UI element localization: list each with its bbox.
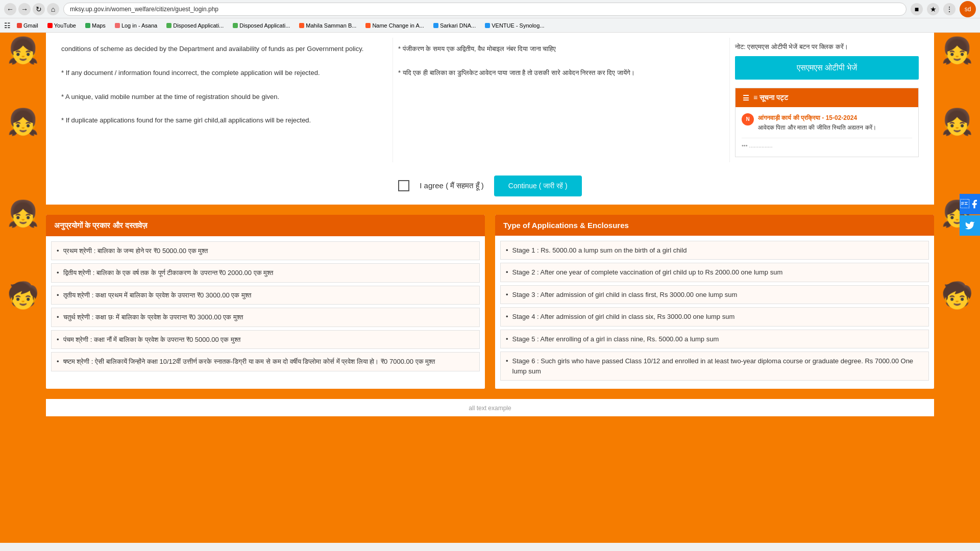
hindi-table-body: • प्रथम श्रेणी : बालिका के जन्म होने पर …	[46, 236, 485, 380]
suchna-header: ☰ ≡ सूचना पट्ट	[736, 88, 918, 107]
hindi-table-header: अनुप्रयोगों के प्रकार और दस्तावेज़	[46, 215, 485, 236]
left-text-4: * If duplicate applications found for th…	[61, 114, 387, 126]
table-row: • पंचम श्रेणी : कक्षा नौं में बालिका के …	[51, 330, 480, 349]
eng-row-1: Stage 1 : Rs. 5000.00 a lump sum on the …	[512, 245, 687, 256]
agree-checkbox[interactable]	[398, 180, 409, 191]
eng-row-5: Stage 5 : After enrolling of a girl in c…	[512, 334, 719, 344]
reload-button[interactable]: ↻	[33, 3, 45, 15]
char-topright: 👧	[941, 38, 973, 63]
english-table-body: • Stage 1 : Rs. 5000.00 a lump sum on th…	[495, 236, 934, 389]
table-row: • चतुर्थ श्रेणी : कक्षा छः में बालिका के…	[51, 308, 480, 327]
footer: all text example	[46, 399, 934, 416]
table-row: • षष्टम श्रेणी : ऐसी बालिकायें जिन्होंने…	[51, 352, 480, 371]
disposed2-icon	[233, 23, 238, 28]
char-lowerleft: 👧	[7, 201, 39, 227]
bookmark-maps[interactable]: Maps	[82, 21, 109, 30]
char-midright: 👧	[941, 109, 973, 135]
facebook-icon: 	[960, 199, 969, 210]
tables-container: अनुप्रयोगों के प्रकार और दस्तावेज़ • प्र…	[46, 215, 934, 389]
table-row: • Stage 4 : After admission of girl chil…	[500, 307, 929, 327]
char-topleft: 👧	[7, 38, 39, 63]
forward-button[interactable]: →	[18, 3, 31, 15]
eng-row-4: Stage 4 : After admission of girl child …	[512, 312, 735, 322]
table-row: • प्रथम श्रेणी : बालिका के जन्म होने पर …	[51, 241, 480, 261]
gmail-icon	[17, 23, 22, 28]
maps-icon	[85, 23, 90, 28]
eng-row-2: Stage 2 : After one year of complete vac…	[512, 267, 783, 278]
hindi-row-4: चतुर्थ श्रेणी : कक्षा छः में बालिका के प…	[63, 312, 243, 322]
facebook-svg	[969, 199, 979, 209]
table-row: • Stage 5 : After enrolling of a girl in…	[500, 330, 929, 349]
home-button[interactable]: ⌂	[47, 3, 59, 15]
menu-button[interactable]: ⋮	[943, 3, 955, 15]
bullet-icon: •	[57, 357, 59, 367]
char-bottomright: 🧒	[941, 283, 973, 308]
youtube-icon	[47, 23, 53, 28]
char-bottomleft: 🧒	[7, 283, 39, 308]
left-text-1: conditions of scheme as decided by the D…	[61, 43, 387, 55]
main-container: conditions of scheme as decided by the D…	[46, 33, 934, 205]
suchna-item-text: आंगनवाड़ी कार्य की प्रक्रिया - 15-02-202…	[758, 113, 876, 133]
bullet-icon: •	[506, 267, 508, 278]
bullet-icon: •	[57, 335, 59, 345]
bookmark-namechange[interactable]: Name Change in A...	[362, 21, 427, 30]
right-column: नोट: एसएमएस ओटीपी भेजें बटन पर क्लिक करे…	[730, 38, 924, 162]
suchna-date: आंगनवाड़ी कार्य की प्रक्रिया - 15-02-202…	[758, 114, 857, 121]
continue-button[interactable]: Continue ( जारी रहें )	[494, 176, 582, 196]
mid-text-1: * पंजीकरण के समय एक अद्वितीय, वैध मोबाइल…	[398, 43, 724, 55]
bookmark-sarkari[interactable]: Sarkari DNA...	[430, 21, 479, 30]
avatar[interactable]: sd	[960, 1, 976, 17]
bullet-icon: •	[57, 268, 59, 278]
bookmark-asana[interactable]: Log in - Asana	[112, 21, 160, 30]
bookmark-mahila[interactable]: Mahila Samman B...	[296, 21, 359, 30]
new-badge: N	[742, 113, 754, 126]
bookmark-ventue[interactable]: VENTUE - Synolog...	[482, 21, 547, 30]
bullet-icon: •	[506, 356, 508, 366]
twitter-svg	[965, 220, 975, 231]
suchna-more: ••• ...............	[742, 138, 912, 151]
agree-label: I agree ( मैं सहमत हूँ )	[420, 181, 484, 190]
right-characters: 👧 👧 👧 🧒	[934, 33, 980, 543]
left-text-3: * A unique, valid mobile number at the t…	[61, 91, 387, 103]
hindi-row-2: द्वितीय श्रेणी : बालिका के एक वर्ष तक के…	[63, 268, 274, 278]
menu-icon: ☰	[743, 94, 749, 102]
address-bar[interactable]	[63, 3, 906, 16]
table-row: • Stage 1 : Rs. 5000.00 a lump sum on th…	[500, 241, 929, 260]
hindi-row-5: पंचम श्रेणी : कक्षा नौं में बालिका के प्…	[63, 335, 240, 345]
table-row: • Stage 2 : After one year of complete v…	[500, 263, 929, 282]
browser-controls: ← → ↻ ⌂	[4, 3, 59, 15]
middle-column: * पंजीकरण के समय एक अद्वितीय, वैध मोबाइल…	[393, 38, 730, 162]
suchna-title: ≡ सूचना पट्ट	[753, 93, 788, 102]
bullet-icon: •	[57, 290, 59, 300]
bullet-icon: •	[57, 312, 59, 322]
bullet-icon: •	[506, 245, 508, 256]
otp-send-button[interactable]: एसएमएस ओटीपी भेजें	[735, 56, 919, 80]
mahila-icon	[299, 23, 304, 28]
eng-row-3: Stage 3 : After admission of girl child …	[512, 290, 738, 300]
bookmark-disposed2[interactable]: Disposed Applicati...	[230, 21, 293, 30]
bookmark-disposed1[interactable]: Disposed Applicati...	[163, 21, 227, 30]
agree-row: I agree ( मैं सहमत हूँ ) Continue ( जारी…	[46, 167, 934, 205]
otp-note: नोट: एसएमएस ओटीपी भेजें बटन पर क्लिक करे…	[735, 43, 919, 51]
bookmarks-bar: ☷ Gmail YouTube Maps Log in - Asana Disp…	[0, 18, 980, 33]
extensions-button[interactable]: ■	[911, 3, 923, 15]
social-sidebar: 	[960, 194, 980, 236]
top-section: conditions of scheme as decided by the D…	[46, 33, 934, 167]
hindi-row-3: तृतीय श्रेणी : कक्षा प्रथम में बालिका के…	[63, 290, 251, 300]
back-button[interactable]: ←	[4, 3, 16, 15]
facebook-button[interactable]: 	[960, 194, 980, 214]
namechange-icon	[365, 23, 371, 28]
char-midleft: 👧	[7, 109, 39, 135]
bookmark-button[interactable]: ★	[927, 3, 939, 15]
table-row: • Stage 6 : Such girls who have passed C…	[500, 352, 929, 381]
hindi-table: अनुप्रयोगों के प्रकार और दस्तावेज़ • प्र…	[46, 215, 485, 389]
bullet-icon: •	[57, 246, 59, 256]
bookmark-gmail[interactable]: Gmail	[14, 21, 41, 30]
bullet-icon: •	[506, 334, 508, 344]
bookmark-youtube[interactable]: YouTube	[44, 21, 79, 30]
left-column: conditions of scheme as decided by the D…	[56, 38, 393, 162]
suchna-box: ☰ ≡ सूचना पट्ट N आंगनवाड़ी कार्य की प्रक…	[735, 88, 919, 157]
sarkari-icon	[433, 23, 438, 28]
bullet-icon: •	[506, 290, 508, 300]
twitter-button[interactable]	[960, 215, 980, 236]
